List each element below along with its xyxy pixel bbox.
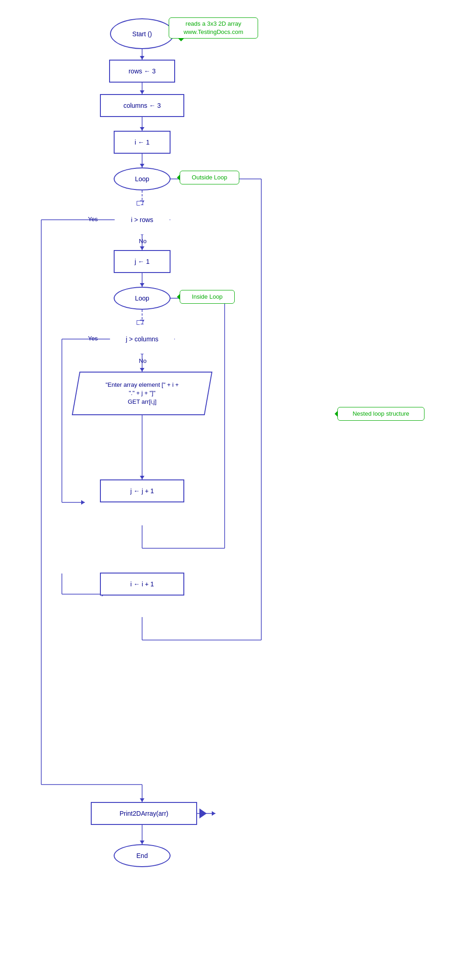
start-label: Start () bbox=[132, 30, 152, 38]
i-assign-node: i ← 1 bbox=[114, 131, 171, 154]
nested-label: Nested loop structure bbox=[353, 410, 409, 417]
inside-loop-callout: Inside Loop bbox=[180, 290, 235, 304]
rows-assign-label: rows ← 3 bbox=[128, 67, 155, 75]
print-arrow-right bbox=[199, 808, 207, 819]
j-assign-node: j ← 1 bbox=[114, 250, 171, 273]
outer-cond-label: i > rows bbox=[131, 216, 154, 223]
svg-marker-5 bbox=[140, 127, 144, 131]
inner-loop-label: Loop bbox=[135, 295, 149, 302]
start-node: Start () bbox=[110, 18, 174, 49]
j-assign-label: j ← 1 bbox=[135, 258, 150, 265]
svg-marker-1 bbox=[140, 56, 144, 60]
flowchart: Start () rows ← 3 columns ← 3 i ← 1 Loop… bbox=[0, 0, 452, 980]
input-line2: "." + j + "]" bbox=[105, 389, 179, 397]
i-assign-label: i ← 1 bbox=[135, 139, 150, 146]
input-node: "Enter array element [" + i + "." + j + … bbox=[72, 372, 213, 415]
rows-assign-node: rows ← 3 bbox=[109, 60, 175, 83]
top-callout: reads a 3x3 2D array www.TestingDocs.com bbox=[169, 17, 258, 39]
outside-loop-callout: Outside Loop bbox=[180, 171, 239, 184]
i-inc-label: i ← i + 1 bbox=[130, 580, 154, 588]
inner-no-label: No bbox=[139, 357, 147, 364]
svg-marker-26 bbox=[81, 500, 85, 505]
nested-callout: Nested loop structure bbox=[337, 407, 424, 421]
print-node: Print2DArray(arr) bbox=[91, 802, 197, 825]
j-inc-label: j ← j + 1 bbox=[130, 487, 154, 495]
cols-assign-node: columns ← 3 bbox=[100, 94, 184, 117]
svg-marker-16 bbox=[140, 798, 144, 802]
outer-loop-node: Loop bbox=[114, 167, 171, 190]
j-inc-node: j ← j + 1 bbox=[100, 479, 184, 502]
outer-yes-label: Yes bbox=[88, 216, 98, 223]
input-label: "Enter array element [" + i + "." + j + … bbox=[77, 373, 208, 414]
top-callout-line1: reads a 3x3 2D array bbox=[173, 20, 254, 28]
end-label: End bbox=[137, 852, 148, 859]
inside-loop-label: Inside Loop bbox=[192, 293, 222, 300]
inner-cond-label: j > columns bbox=[126, 335, 158, 343]
i-inc-node: i ← i + 1 bbox=[100, 573, 184, 596]
print-label: Print2DArray(arr) bbox=[120, 810, 169, 817]
outside-loop-label: Outside Loop bbox=[192, 174, 227, 181]
inner-cond-node: j > columns bbox=[109, 323, 175, 355]
svg-marker-43 bbox=[140, 841, 144, 844]
flowchart-lines bbox=[0, 0, 452, 980]
input-line1: "Enter array element [" + i + bbox=[105, 381, 179, 389]
outer-cond-node: i > rows bbox=[114, 204, 171, 235]
inner-yes-label: Yes bbox=[88, 335, 98, 342]
svg-marker-11 bbox=[140, 246, 144, 250]
outer-no-label: No bbox=[139, 238, 147, 245]
svg-marker-3 bbox=[140, 90, 144, 94]
svg-marker-45 bbox=[212, 811, 215, 816]
input-line3: GET arr[i,j] bbox=[105, 398, 179, 406]
inner-loop-node: Loop bbox=[114, 287, 171, 310]
outer-loop-label: Loop bbox=[135, 175, 149, 183]
cols-assign-label: columns ← 3 bbox=[123, 102, 161, 109]
end-node: End bbox=[114, 844, 171, 867]
top-callout-line2: www.TestingDocs.com bbox=[173, 28, 254, 36]
svg-marker-18 bbox=[140, 283, 144, 287]
svg-marker-7 bbox=[140, 164, 144, 167]
svg-marker-22 bbox=[140, 368, 144, 372]
svg-marker-28 bbox=[140, 476, 144, 479]
